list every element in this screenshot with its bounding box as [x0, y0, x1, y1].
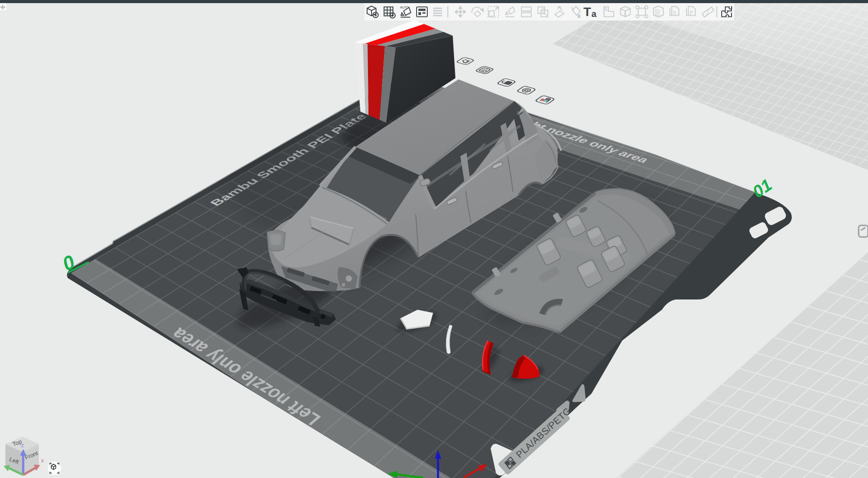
svg-text:z: z	[21, 442, 24, 449]
svg-text:P: P	[690, 10, 693, 16]
svg-text:x: x	[41, 457, 44, 464]
svg-text:‹|›: ‹|›	[0, 4, 5, 9]
svg-text:a: a	[591, 9, 597, 19]
svg-text:AUTO: AUTO	[400, 6, 409, 9]
svg-text:T: T	[583, 5, 591, 19]
svg-text:0: 0	[673, 10, 676, 16]
